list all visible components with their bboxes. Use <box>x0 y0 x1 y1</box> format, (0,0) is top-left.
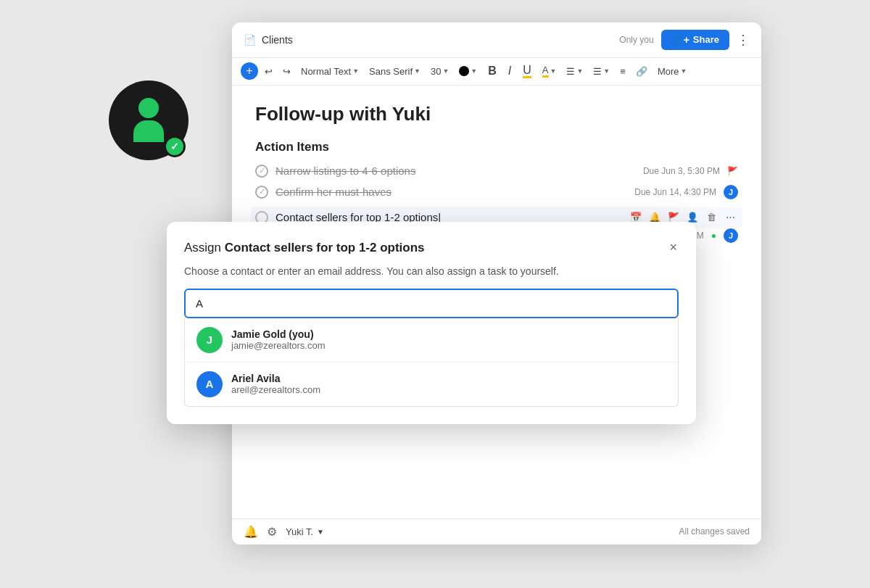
document-title: Follow-up with Yuki <box>255 103 738 125</box>
header-more-button[interactable]: ⋮ <box>737 32 750 48</box>
color-picker[interactable]: ▼ <box>455 64 481 78</box>
result-avatar: J <box>196 327 223 353</box>
result-item[interactable]: A Ariel Avila areil@zerealtors.com <box>185 362 678 406</box>
bullet-list-icon: ☰ <box>566 66 575 77</box>
modal-close-button[interactable]: × <box>668 239 679 255</box>
indent-button[interactable]: ≡ <box>616 64 629 79</box>
footer-user-chevron: ▼ <box>317 528 324 536</box>
share-icon: 👤+ <box>671 34 689 46</box>
result-name: Jamie Gold (you) <box>231 328 326 340</box>
notification-dot: ● <box>711 231 716 241</box>
result-avatar: A <box>196 371 223 397</box>
visibility-label: Only you <box>619 35 653 45</box>
action-check-done[interactable]: ✓ <box>255 165 268 178</box>
text-color-chevron: ▼ <box>550 67 557 75</box>
editor-header-left: 📄 Clients <box>244 34 293 46</box>
text-style-selector[interactable]: Normal Text ▼ <box>297 64 362 79</box>
editor-header-right: Only you 👤+ Share ⋮ <box>619 30 750 50</box>
settings-footer-icon[interactable]: ⚙ <box>267 525 277 539</box>
text-style-chevron: ▼ <box>352 67 359 75</box>
doc-icon: 📄 <box>244 34 256 46</box>
editor-footer: 🔔 ⚙ Yuki T. ▼ All changes saved <box>232 518 761 544</box>
more-label: More <box>658 66 679 77</box>
font-chevron: ▼ <box>414 67 420 75</box>
bell-footer-icon[interactable]: 🔔 <box>244 525 258 539</box>
indent-icon: ≡ <box>620 66 626 77</box>
color-chevron: ▼ <box>471 67 477 75</box>
font-selector[interactable]: Sans Serif ▼ <box>365 64 424 79</box>
more-chevron: ▼ <box>681 67 687 75</box>
action-item-text: Narrow listings to 4-6 options <box>276 165 636 177</box>
section-title: Action Items <box>255 140 738 154</box>
font-size-chevron: ▼ <box>442 67 449 75</box>
color-circle <box>459 66 469 76</box>
text-color-button[interactable]: A ▼ <box>539 62 560 80</box>
share-button[interactable]: 👤+ Share <box>661 30 729 50</box>
bold-button[interactable]: B <box>484 62 501 80</box>
font-size-selector[interactable]: 30 ▼ <box>427 64 452 79</box>
underline-button[interactable]: U <box>518 62 536 80</box>
footer-user-name: Yuki T. <box>286 526 313 537</box>
numbered-list-button[interactable]: ☰ ▼ <box>589 64 613 79</box>
assign-search-input[interactable] <box>184 289 679 318</box>
link-icon: 🔗 <box>636 66 647 77</box>
text-color-label: A <box>542 65 549 78</box>
add-button[interactable]: + <box>241 62 258 80</box>
footer-saved-status: All changes saved <box>679 526 750 537</box>
underline-label: U <box>523 65 531 78</box>
modal-description: Choose a contact or enter an email addre… <box>184 265 679 277</box>
result-info: Jamie Gold (you) jamie@zerealtors.com <box>231 328 326 351</box>
font-label: Sans Serif <box>369 66 413 77</box>
link-button[interactable]: 🔗 <box>632 64 651 79</box>
result-email: areil@zerealtors.com <box>231 384 320 395</box>
modal-title: Assign Contact sellers for top 1-2 optio… <box>184 239 425 257</box>
undo-button[interactable]: ↩ <box>261 64 276 79</box>
action-item-text: Confirm her must-haves <box>276 186 627 198</box>
action-item: ✓ Confirm her must-haves Due Jun 14, 4:3… <box>255 185 738 199</box>
bullet-list-button[interactable]: ☰ ▼ <box>563 64 587 79</box>
numbered-list-icon: ☰ <box>593 66 602 77</box>
flag-icon: 🚩 <box>727 166 738 176</box>
redo-button[interactable]: ↪ <box>279 64 294 79</box>
modal-results: J Jamie Gold (you) jamie@zerealtors.com … <box>184 318 679 407</box>
numbered-chevron: ▼ <box>603 67 610 75</box>
result-email: jamie@zerealtors.com <box>231 340 326 351</box>
assignee-avatar: J <box>724 185 738 199</box>
user-head <box>138 98 159 118</box>
user-check-badge: ✓ <box>164 136 186 157</box>
more-tool[interactable]: ⋯ <box>722 210 738 225</box>
result-info: Ariel Avila areil@zerealtors.com <box>231 373 320 395</box>
action-item: ✓ Narrow listings to 4-6 options Due Jun… <box>255 165 738 178</box>
share-label: Share <box>693 34 719 45</box>
editor-toolbar: + ↩ ↪ Normal Text ▼ Sans Serif ▼ 30 ▼ ▼ … <box>232 58 761 86</box>
assign-modal: Assign Contact sellers for top 1-2 optio… <box>167 222 696 424</box>
modal-title-prefix: Assign <box>184 241 225 254</box>
assignee-avatar: J <box>724 228 738 243</box>
result-name: Ariel Avila <box>231 373 320 384</box>
user-body <box>133 120 164 142</box>
editor-header: 📄 Clients Only you 👤+ Share ⋮ <box>232 22 761 58</box>
user-figure <box>133 98 164 142</box>
delete-tool[interactable]: 🗑 <box>703 210 719 225</box>
action-check-done[interactable]: ✓ <box>255 186 268 199</box>
editor-doc-title: Clients <box>262 34 293 46</box>
font-size-label: 30 <box>431 66 441 77</box>
modal-header: Assign Contact sellers for top 1-2 optio… <box>184 239 679 257</box>
more-button[interactable]: More ▼ <box>654 64 691 79</box>
result-item[interactable]: J Jamie Gold (you) jamie@zerealtors.com <box>185 318 678 362</box>
user-avatar-container: ✓ <box>109 80 188 160</box>
italic-button[interactable]: I <box>504 62 515 80</box>
footer-user-selector[interactable]: Yuki T. ▼ <box>286 526 324 537</box>
bullet-chevron: ▼ <box>576 67 583 75</box>
action-item-due: Due Jun 3, 5:30 PM <box>643 166 720 176</box>
text-style-label: Normal Text <box>301 66 351 77</box>
action-item-due: Due Jun 14, 4:30 PM <box>634 187 716 197</box>
modal-title-bold: Contact sellers for top 1-2 options <box>225 241 425 254</box>
user-avatar-background: ✓ <box>109 80 188 160</box>
